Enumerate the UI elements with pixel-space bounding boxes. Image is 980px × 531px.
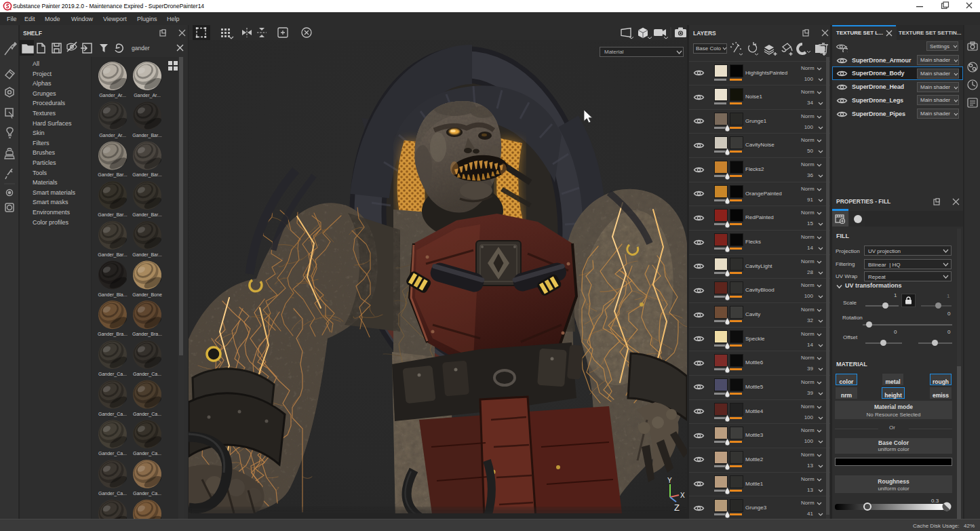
svg-text:Gander_Ar...: Gander_Ar...: [99, 93, 126, 98]
svg-text:Gander_Ca...: Gander_Ca...: [98, 491, 127, 496]
svg-text:Y: Y: [667, 477, 672, 484]
svg-text:Gander_Ca...: Gander_Ca...: [98, 372, 127, 377]
svg-text:Gander_Bra...: Gander_Bra...: [98, 332, 128, 337]
svg-text:Gander_Bar...: Gander_Bar...: [132, 172, 162, 178]
svg-text:Gander_Bar...: Gander_Bar...: [98, 212, 128, 218]
svg-text:Gander_Ca...: Gander_Ca...: [98, 412, 127, 417]
svg-text:Gander_Bla...: Gander_Bla...: [98, 292, 127, 298]
svg-text:X: X: [680, 492, 685, 499]
svg-text:Z: Z: [674, 503, 680, 513]
svg-text:Gander_Ar...: Gander_Ar...: [134, 93, 161, 98]
svg-text:Gander_Ca...: Gander_Ca...: [133, 412, 161, 417]
svg-text:Gander_Bar...: Gander_Bar...: [132, 133, 162, 138]
svg-text:Gander_Ar...: Gander_Ar...: [99, 133, 126, 138]
svg-text:Gander_Bone: Gander_Bone: [132, 292, 162, 298]
svg-text:Gander_Bar...: Gander_Bar...: [132, 252, 162, 258]
svg-text:Gander_Ca...: Gander_Ca...: [133, 372, 161, 377]
svg-text:Gander_Ca...: Gander_Ca...: [133, 491, 161, 496]
svg-text:Gander_Ca...: Gander_Ca...: [133, 451, 161, 456]
svg-text:Gander_Bar...: Gander_Bar...: [98, 172, 128, 178]
svg-text:Gander_Bar...: Gander_Bar...: [98, 252, 128, 258]
svg-text:gander: gander: [132, 45, 150, 52]
svg-text:Gander_Bar...: Gander_Bar...: [132, 212, 162, 218]
svg-text:Gander_Ca...: Gander_Ca...: [98, 451, 127, 456]
svg-text:Gander_Bra...: Gander_Bra...: [132, 332, 162, 337]
